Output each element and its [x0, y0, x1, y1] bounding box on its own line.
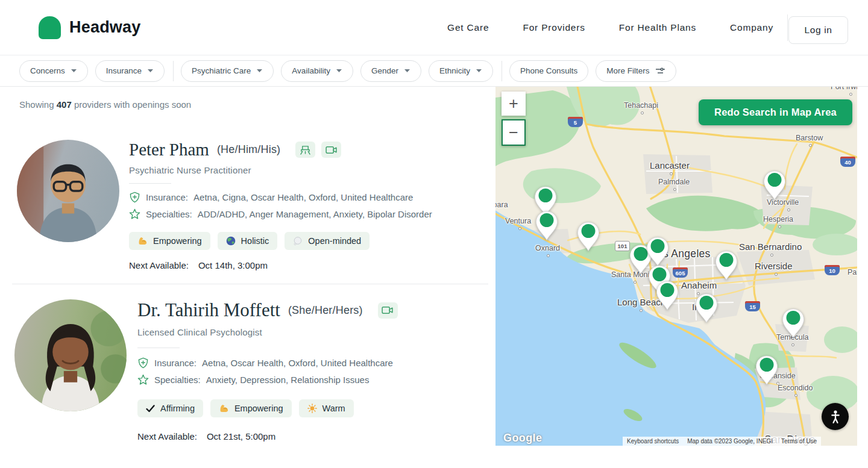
- trait-label: Holistic: [241, 236, 269, 246]
- filter-gender[interactable]: Gender: [360, 60, 421, 82]
- caret-down-icon: [147, 69, 154, 73]
- map-city-dot: [640, 309, 643, 312]
- provider-map-pin[interactable]: [646, 237, 669, 267]
- provider-map-pin[interactable]: [656, 281, 679, 311]
- armchair-icon[interactable]: [295, 142, 315, 158]
- nav-link-for-health-plans[interactable]: For Health Plans: [619, 22, 696, 33]
- trait-tag: Empowering: [129, 232, 210, 250]
- highway-shield-101: 101: [615, 241, 630, 251]
- google-logo: Google: [503, 432, 542, 445]
- next-available-label: Next Available:: [129, 260, 189, 270]
- nav-link-get-care[interactable]: Get Care: [447, 22, 489, 33]
- trait-tags: EmpoweringHolisticOpen-minded: [129, 232, 370, 250]
- map-city-label: Ventura: [505, 217, 531, 225]
- trait-tag: Holistic: [218, 232, 278, 250]
- provider-avatar[interactable]: [14, 299, 127, 411]
- highway-shield-5: 5: [568, 117, 583, 127]
- map-city-label: Palmdale: [658, 178, 690, 186]
- accessibility-button[interactable]: [822, 403, 849, 430]
- specialties-row-value: ADD/ADHD, Anger Management, Anxiety, Bip…: [198, 209, 432, 219]
- list-divider: [12, 284, 488, 284]
- map-city-label: Santa Barbara: [495, 201, 508, 209]
- filter-label: Phone Consults: [520, 66, 577, 75]
- highway-shield-40: 40: [840, 157, 855, 167]
- redo-search-button[interactable]: Redo Search in Map Area: [699, 99, 852, 125]
- nav-links: Get CareFor ProvidersFor Health PlansCom…: [447, 22, 773, 33]
- filter-divider: [173, 61, 174, 81]
- specialties-row: Specialties:Anxiety, Depression, Relatio…: [137, 374, 369, 385]
- map-city-dot: [547, 254, 550, 257]
- map-attribution-item[interactable]: Keyboard shortcuts: [623, 437, 683, 446]
- filter-lines-icon: [655, 67, 665, 75]
- provider-name[interactable]: Peter Pham: [129, 140, 209, 160]
- map-city-label: Anaheim: [681, 280, 717, 290]
- map-zoom-out-button[interactable]: −: [502, 119, 526, 146]
- insurance-row: Insurance:Aetna, Cigna, Oscar Health, Ox…: [129, 192, 413, 203]
- filter-bar: ConcernsInsurancePsychiatric CareAvailab…: [0, 55, 868, 87]
- provider-title: Licensed Clinical Psychologist: [137, 327, 262, 337]
- provider-map-pin[interactable]: [782, 308, 805, 339]
- login-button[interactable]: Log in: [788, 16, 848, 44]
- provider-map-pin[interactable]: [715, 251, 738, 281]
- map-city-dot: [794, 394, 797, 397]
- filter-phone-consults[interactable]: Phone Consults: [509, 60, 588, 82]
- specialties-row-value: Anxiety, Depression, Relationship Issues: [206, 375, 370, 385]
- trait-label: Warm: [322, 404, 345, 413]
- session-badges: [295, 142, 341, 158]
- map-panel[interactable]: TehachapiFort IrwinBarstowLancasterPalmd…: [495, 87, 857, 446]
- map-city-label: Riverside: [755, 261, 793, 271]
- filter-availability[interactable]: Availability: [281, 60, 353, 82]
- map-city-dot: [849, 93, 852, 96]
- top-nav: Headway Get CareFor ProvidersFor Health …: [0, 0, 868, 55]
- globe-icon: [226, 236, 236, 246]
- filter-ethnicity[interactable]: Ethnicity: [429, 60, 493, 82]
- card-divider: [137, 348, 180, 348]
- session-badges: [378, 302, 398, 319]
- filter-concerns[interactable]: Concerns: [19, 60, 88, 82]
- provider-name-row: Dr. Tahirih Moffett(She/Her/Hers): [137, 299, 398, 321]
- filter-label: Concerns: [30, 66, 65, 75]
- trait-label: Open-minded: [308, 236, 361, 246]
- filter-psychiatric-care[interactable]: Psychiatric Care: [181, 60, 274, 82]
- map-city-dot: [673, 188, 676, 191]
- star-icon: [137, 374, 149, 385]
- filter-insurance[interactable]: Insurance: [95, 60, 165, 82]
- map-city-dot: [809, 144, 812, 147]
- provider-map-pin[interactable]: [763, 170, 786, 201]
- flex-icon: [137, 236, 148, 246]
- nav-divider: [787, 14, 788, 41]
- results-count: Showing 407 providers with openings soon: [19, 99, 191, 110]
- provider-avatar[interactable]: [17, 140, 119, 242]
- map-attribution-item[interactable]: Terms of Use: [777, 437, 821, 446]
- nav-link-for-providers[interactable]: For Providers: [523, 22, 585, 33]
- provider-map-pin[interactable]: [755, 355, 778, 385]
- video-icon[interactable]: [321, 142, 341, 158]
- provider-search-page: Headway Get CareFor ProvidersFor Health …: [0, 0, 868, 468]
- provider-map-pin[interactable]: [695, 293, 718, 323]
- provider-map-pin[interactable]: [577, 222, 600, 252]
- provider-name-row: Peter Pham(He/Him/His): [129, 140, 341, 160]
- map-attribution: Keyboard shortcutsMap data ©2023 Google,…: [623, 437, 821, 446]
- provider-name[interactable]: Dr. Tahirih Moffett: [137, 299, 280, 321]
- thought-icon: [293, 237, 303, 246]
- next-available-row: Next Available:Oct 21st, 5:00pm: [137, 431, 275, 441]
- highway-shield-605: 605: [673, 267, 688, 278]
- caret-down-icon: [336, 69, 342, 73]
- trait-tag: Empowering: [210, 399, 292, 417]
- map-attribution-item[interactable]: Map data ©2023 Google, INEGI: [683, 437, 777, 446]
- shield-plus-icon: [129, 192, 140, 203]
- insurance-row-value: Aetna, Cigna, Oscar Health, Oxford, Unit…: [193, 192, 413, 202]
- map-city-dot: [641, 111, 644, 114]
- map-city-label: Lancaster: [650, 160, 690, 170]
- trait-tag: Affirming: [137, 399, 203, 417]
- video-icon[interactable]: [378, 302, 398, 319]
- filter-more-filters[interactable]: More Filters: [596, 60, 676, 82]
- headway-logo[interactable]: Headway: [39, 16, 140, 39]
- map-city-label: Escondido: [778, 384, 813, 392]
- card-divider: [129, 183, 171, 184]
- nav-link-company[interactable]: Company: [730, 22, 773, 33]
- flex-icon: [219, 404, 229, 413]
- filter-label: Psychiatric Care: [192, 66, 251, 75]
- map-zoom-in-button[interactable]: +: [502, 92, 526, 116]
- provider-map-pin[interactable]: [535, 211, 558, 241]
